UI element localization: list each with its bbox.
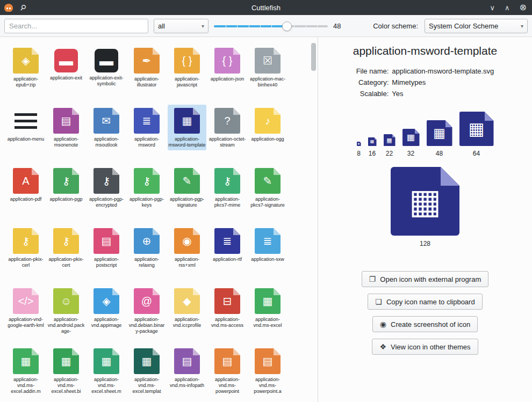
copy-name-button[interactable]: ❏Copy icon name to clipboard — [368, 294, 482, 310]
grid-item-application-pkix-cerl[interactable]: ⚷application-pkix-cerl — [6, 225, 45, 271]
grid-item-application-sxw[interactable]: ≣application-sxw — [248, 225, 287, 265]
icon-label: application-octet-stream — [209, 136, 246, 148]
application-vnd.ms-access-icon: ⊟ — [214, 288, 240, 314]
grid-item-application-pkix-cert[interactable]: ⚷application-pkix-cert — [47, 225, 85, 271]
grid-item-application-json[interactable]: { }application-json — [208, 45, 247, 84]
maximize-button[interactable]: ∧ — [505, 4, 510, 11]
grid-item-application-octet-stream[interactable]: ?application-octet-stream — [208, 105, 247, 150]
grid-item-application-relaxng[interactable]: ⊕application-relaxng — [127, 225, 166, 271]
icon-label: application-relaxng — [128, 257, 166, 268]
size-preview-32: ▦32 — [402, 129, 420, 157]
grid-item-application-ogg[interactable]: ♪application-ogg — [248, 105, 287, 144]
application-rss+xml-icon: ◉ — [174, 228, 200, 254]
grid-item-application-msword[interactable]: ≣application-msword — [127, 105, 166, 150]
application-vnd-google-earth-kml-icon: </> — [13, 288, 39, 314]
size-label: 32 — [407, 150, 414, 157]
category-filter-dropdown[interactable]: all ▾ — [154, 19, 209, 33]
icon-label: application-rtf — [209, 257, 246, 262]
grid-item-application-pgp[interactable]: ⚷application-pgp — [47, 165, 85, 204]
size-preview-22: ▦22 — [384, 134, 396, 157]
grid-item-application-menu[interactable]: application-menu — [6, 105, 45, 144]
grid-item-application-vnd.ms-powerpoint[interactable]: ▤application-vnd.ms-powerpoint — [208, 345, 247, 397]
grid-item-application-pgp-signature[interactable]: ✎application-pgp-signature — [168, 165, 206, 210]
icon-label: application-pkcs7-signature — [249, 196, 286, 208]
grid-item-application-vnd.android.package-[interactable]: ☺application-vnd.android.package- — [47, 285, 85, 337]
grid-item-application-pkcs7-signature[interactable]: ✎application-pkcs7-signature — [248, 165, 287, 210]
grid-item-application-msword-template[interactable]: ▦application-msword-template — [168, 105, 206, 150]
grid-item-application-pdf[interactable]: Aapplication-pdf — [6, 165, 45, 204]
grid-item-application-pkcs7-mime[interactable]: ⚷application-pkcs7-mime — [208, 165, 247, 210]
icon-label: application-vnd.ms-powerpoint — [209, 377, 246, 394]
icon-label: application-vnd.android.package- — [47, 317, 85, 334]
grid-item-application-vnd.ms-excel.addin.m[interactable]: ▦application-vnd.ms-excel.addin.m — [6, 345, 45, 397]
grid-item-application-mac-binhex40[interactable]: ☒application-mac-binhex40 — [248, 45, 287, 90]
grid-item-application-vnd.ms-excel.sheet.m[interactable]: ▦application-vnd.ms-excel.sheet.m — [87, 345, 126, 397]
application-javascript-icon: { } — [174, 48, 200, 74]
grid-item-application-vnd.ms-access[interactable]: ⊟application-vnd.ms-access — [208, 285, 247, 331]
grid-item-application-vnd-google-earth-kml[interactable]: </>application-vnd-google-earth-kml — [6, 285, 45, 331]
icon-size-slider[interactable] — [214, 19, 328, 33]
application-vnd.ms-powerpoint.a-icon: ▤ — [255, 348, 281, 374]
icon-label: application-exit-symbolic — [88, 75, 125, 87]
view-themes-button[interactable]: ❖View icon in other themes — [372, 339, 478, 355]
application-pkcs7-signature-icon: ✎ — [255, 168, 281, 194]
grid-item-application-pgp-encrypted[interactable]: ⚷application-pgp-encrypted — [87, 165, 126, 210]
icon-label: application-postscript — [88, 257, 125, 268]
icon-label: application-msword-template — [168, 136, 206, 148]
copy-icon: ❏ — [375, 297, 382, 306]
grid-item-application-exit[interactable]: ▬application-exit — [47, 45, 85, 83]
chevron-down-icon: ▾ — [521, 23, 523, 29]
pin-icon[interactable]: ⚲ — [18, 3, 28, 13]
category-filter-value: all — [158, 22, 165, 30]
scrollbar[interactable] — [311, 40, 316, 399]
icon-details: File name: application-msword-template.s… — [356, 67, 494, 98]
color-scheme-dropdown[interactable]: System Color Scheme ▾ — [425, 19, 528, 33]
grid-item-application-exit-symbolic[interactable]: ▬application-exit-symbolic — [87, 45, 126, 89]
grid-item-application-vnd.iccprofile[interactable]: ◆application-vnd.iccprofile — [168, 285, 206, 331]
application-pgp-encrypted-icon: ⚷ — [94, 168, 119, 194]
toolbar: all ▾ 48 Color scheme: System Color Sche… — [0, 15, 532, 37]
application-vnd.ms-excel.templat-icon: ▦ — [134, 348, 160, 374]
search-input[interactable] — [4, 19, 148, 33]
button-label: View icon in other themes — [391, 343, 471, 351]
grid-item-application-vnd.ms-excel[interactable]: ▦application-vnd.ms-excel — [248, 285, 287, 331]
grid-item-application-epub+zip[interactable]: ◈application-epub+zip — [6, 45, 45, 90]
field-label-filename: File name: — [356, 67, 389, 75]
grid-item-application-msonenote[interactable]: ▤application-msonenote — [47, 105, 85, 150]
grid-item-application-pgp-keys[interactable]: ⚷application-pgp-keys — [127, 165, 166, 210]
scrollbar-thumb[interactable] — [311, 43, 316, 71]
field-label-scalable: Scalable: — [356, 90, 389, 98]
icon-label: application-pgp — [47, 196, 85, 202]
grid-item-application-illustrator[interactable]: ✒application-illustrator — [127, 45, 166, 90]
grid-item-application-postscript[interactable]: ▤application-postscript — [87, 225, 126, 271]
grid-item-application-vnd.debian.binary-package[interactable]: @application-vnd.debian.binary-package — [127, 285, 166, 337]
grid-item-application-msoutlook[interactable]: ✉application-msoutlook — [87, 105, 126, 150]
icon-label: application-rss+xml — [168, 257, 206, 268]
grid-item-application-vnd.ms-excel.templat[interactable]: ▦application-vnd.ms-excel.templat — [127, 345, 166, 397]
slider-handle[interactable] — [282, 21, 292, 31]
size-label: 48 — [436, 150, 443, 157]
open-external-button[interactable]: ❐Open icon with external program — [362, 271, 488, 287]
grid-item-application-javascript[interactable]: { }application-javascript — [168, 45, 206, 90]
close-button[interactable]: ⊗ — [520, 3, 527, 12]
cuttlefish-app-icon — [4, 4, 13, 12]
application-vnd.debian.binary-package-icon: @ — [134, 288, 160, 314]
application-json-icon: { } — [214, 48, 240, 74]
icon-label: application-mac-binhex40 — [249, 76, 286, 88]
icon-label: application-pkix-cert — [47, 257, 85, 268]
application-pkcs7-mime-icon: ⚷ — [214, 168, 240, 194]
grid-item-application-vnd.ms-excel.sheet.bi[interactable]: ▦application-vnd.ms-excel.sheet.bi — [47, 345, 85, 397]
grid-item-application-vnd.ms-powerpoint.a[interactable]: ▤application-vnd.ms-powerpoint.a — [248, 345, 287, 397]
application-exit-icon: ▬ — [54, 49, 78, 72]
application-postscript-icon: ▤ — [94, 228, 119, 254]
application-rtf-icon: ≣ — [214, 228, 240, 254]
grid-item-application-vnd.appimage[interactable]: ◈application-vnd.appimage — [87, 285, 126, 331]
screenshot-button[interactable]: ◉Create screenshot of icon — [372, 316, 478, 332]
application-vnd.ms-excel.sheet.m-icon: ▦ — [94, 348, 119, 374]
grid-item-application-rss+xml[interactable]: ◉application-rss+xml — [168, 225, 206, 271]
grid-item-application-vnd.ms-infopath[interactable]: ▤application-vnd.ms-infopath — [168, 345, 206, 391]
grid-item-application-rtf[interactable]: ≣application-rtf — [208, 225, 247, 265]
application-menu-icon — [15, 113, 37, 129]
application-vnd.ms-excel-icon: ▦ — [255, 288, 281, 314]
shade-button[interactable]: ∨ — [490, 4, 495, 11]
